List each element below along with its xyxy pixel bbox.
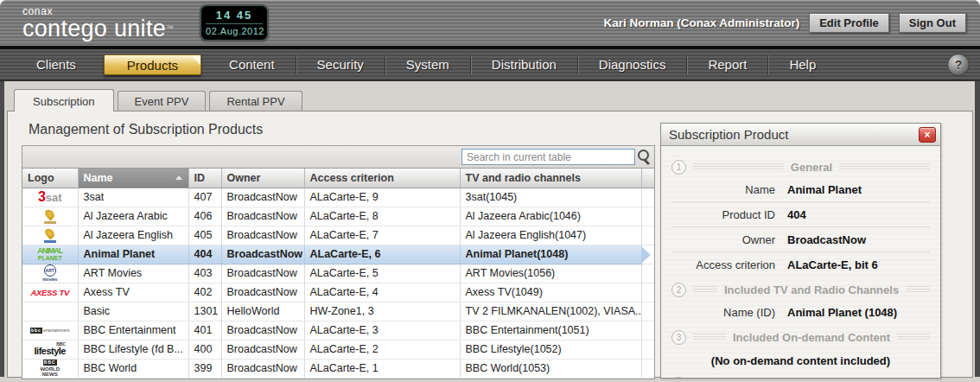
nav-item-content[interactable]: Content bbox=[208, 54, 296, 75]
spare-cell bbox=[641, 359, 654, 378]
section-header: 1General bbox=[671, 160, 930, 175]
field-label: Access criterion bbox=[671, 258, 775, 271]
column-header-logo[interactable]: Logo bbox=[22, 169, 78, 188]
table-row[interactable]: 3sat3sat407BroadcastNowALaCarte-E, 93sat… bbox=[22, 188, 654, 207]
search-input[interactable] bbox=[461, 149, 635, 165]
column-header-spare bbox=[641, 169, 654, 188]
name-cell: ART Movies bbox=[78, 264, 188, 283]
sign-out-button[interactable]: Sign Out bbox=[899, 13, 966, 33]
bbc-lifestyle-logo: BBClifestyle bbox=[35, 342, 66, 356]
tab-event-ppv[interactable]: Event PPV bbox=[118, 91, 207, 111]
id-cell: 400 bbox=[188, 340, 221, 359]
field-value: Animal Planet bbox=[787, 183, 862, 196]
field-label: Name bbox=[671, 183, 775, 196]
access-cell: ALaCarte-E, 5 bbox=[304, 264, 460, 283]
name-cell: 3sat bbox=[78, 188, 188, 207]
name-cell: BBC Entertainment bbox=[78, 321, 188, 340]
nav-item-diagnostics[interactable]: Diagnostics bbox=[578, 54, 687, 75]
owner-cell: BroadcastNow bbox=[221, 359, 304, 378]
table-row[interactable]: ANIMALPLANETAnimal Planet404BroadcastNow… bbox=[22, 245, 654, 264]
channels-cell: BBC Lifestyle(1052) bbox=[460, 340, 641, 359]
access-cell: ALaCarte-E, 8 bbox=[304, 207, 460, 226]
nav-item-distribution[interactable]: Distribution bbox=[471, 54, 577, 75]
owner-cell: BroadcastNow bbox=[221, 340, 304, 359]
field-row: Access criterionALaCarte-E, bit 6 bbox=[671, 251, 930, 277]
table-row[interactable]: Al Jazeera Arabic406BroadcastNowALaCarte… bbox=[22, 207, 654, 226]
field-label: Owner bbox=[671, 233, 775, 246]
clock-time: 14 45 bbox=[206, 9, 263, 24]
logo-cell: 3sat bbox=[22, 188, 78, 207]
edit-profile-button[interactable]: Edit Profile bbox=[809, 13, 889, 33]
name-cell: Basic bbox=[78, 302, 188, 321]
table-row[interactable]: ARTmoviesART Movies403BroadcastNowALaCar… bbox=[22, 264, 654, 283]
logo-cell: AXESS TV bbox=[22, 283, 78, 302]
nav-item-security[interactable]: Security bbox=[296, 54, 385, 75]
access-cell: ALaCarte-E, 4 bbox=[304, 283, 460, 302]
access-cell: ALaCarte-E, 6 bbox=[304, 245, 460, 264]
panel-title: Subscription Product bbox=[669, 127, 788, 142]
spare-cell bbox=[641, 340, 654, 359]
app-window: conax contego unite™ 14 45 02.Aug.2012 K… bbox=[0, 0, 980, 382]
column-header-id[interactable]: ID bbox=[188, 169, 221, 188]
al-jazeera-english-logo bbox=[44, 228, 56, 243]
nav-item-report[interactable]: Report bbox=[687, 54, 767, 75]
table-row[interactable]: BBClifestyleBBC Lifestyle (fd B...400Bro… bbox=[22, 340, 654, 359]
section-number-icon: 2 bbox=[671, 283, 686, 297]
help-icon[interactable]: ? bbox=[947, 54, 970, 76]
access-cell: ALaCarte-E, 1 bbox=[304, 359, 460, 378]
owner-cell: BroadcastNow bbox=[221, 321, 304, 340]
nav-item-clients[interactable]: Clients bbox=[16, 54, 97, 75]
section-header: 2Included TV and Radio Channels bbox=[671, 283, 930, 297]
table-row[interactable]: bbcentertainmentBBC Entertainment401Broa… bbox=[22, 321, 654, 340]
column-header-access-criterion[interactable]: Access criterion bbox=[304, 169, 460, 188]
column-header-name[interactable]: Name bbox=[78, 169, 188, 188]
table-row[interactable]: Basic1301HelloWorldHW-Zone1, 3TV 2 FILMK… bbox=[22, 302, 654, 321]
channels-cell: BBC Entertainment(1051) bbox=[460, 321, 641, 340]
table-header-row: LogoNameIDOwnerAccess criterionTV and ra… bbox=[22, 169, 654, 188]
subscription-product-panel: Subscription Product × 1GeneralNameAnima… bbox=[660, 123, 941, 379]
section-number-icon: 3 bbox=[671, 330, 686, 345]
stripes-decoration bbox=[693, 163, 784, 171]
art-movies-logo: ARTmovies bbox=[42, 264, 57, 282]
access-cell: HW-Zone1, 3 bbox=[304, 302, 460, 321]
logo-cell: bbcentertainment bbox=[22, 321, 78, 340]
section-header: 3Included On-demand Content bbox=[671, 330, 930, 345]
top-bar: conax contego unite™ 14 45 02.Aug.2012 K… bbox=[0, 0, 980, 49]
nav-item-products[interactable]: Products bbox=[104, 54, 201, 75]
search-icon[interactable] bbox=[635, 148, 653, 166]
id-cell: 402 bbox=[188, 283, 221, 302]
stripes-decoration bbox=[897, 334, 930, 341]
spare-cell bbox=[641, 226, 654, 245]
panel-header: Subscription Product × bbox=[661, 124, 940, 146]
panel-note: (No on-demand content included) bbox=[671, 347, 930, 371]
channels-cell: Axess TV(1049) bbox=[460, 283, 641, 302]
column-header-tv-and-radio-channels[interactable]: TV and radio channels bbox=[460, 169, 641, 188]
tab-rental-ppv[interactable]: Rental PPV bbox=[209, 91, 302, 111]
field-row: NameAnimal Planet bbox=[671, 177, 930, 201]
owner-cell: HelloWorld bbox=[221, 302, 304, 321]
section-header: 4Sold by SMSes bbox=[671, 377, 930, 378]
nav-item-help[interactable]: Help bbox=[768, 54, 837, 75]
nav-item-system[interactable]: System bbox=[385, 54, 470, 75]
tab-subscription[interactable]: Subscription bbox=[14, 89, 114, 111]
logo-cell bbox=[22, 207, 78, 226]
table-row[interactable]: BBCWORLDNEWSBBC World399BroadcastNowALaC… bbox=[22, 359, 654, 378]
subtabs: SubscriptionEvent PPVRental PPV bbox=[14, 88, 975, 111]
field-label: Product ID bbox=[671, 208, 775, 221]
field-row: Product ID404 bbox=[671, 201, 930, 226]
clock-widget: 14 45 02.Aug.2012 bbox=[200, 4, 269, 41]
table-row[interactable]: Al Jazeera English405BroadcastNowALaCart… bbox=[22, 226, 654, 245]
table-row[interactable]: AXESS TVAxess TV402BroadcastNowALaCarte-… bbox=[22, 283, 654, 302]
id-cell: 399 bbox=[188, 359, 221, 378]
stripes-decoration bbox=[906, 286, 930, 294]
column-header-owner[interactable]: Owner bbox=[221, 169, 304, 188]
close-icon[interactable]: × bbox=[919, 127, 936, 143]
owner-cell: BroadcastNow bbox=[221, 264, 304, 283]
panel-body: 1GeneralNameAnimal PlanetProduct ID404Ow… bbox=[661, 147, 940, 378]
name-cell: Animal Planet bbox=[78, 245, 188, 264]
stripes-decoration bbox=[693, 334, 726, 341]
bbc-world-logo: BBCWORLDNEWS bbox=[40, 360, 60, 377]
nav: ClientsProductsContentSecuritySystemDist… bbox=[0, 49, 980, 81]
logo-cell: BBClifestyle bbox=[22, 340, 78, 359]
logo-cell bbox=[22, 302, 78, 321]
